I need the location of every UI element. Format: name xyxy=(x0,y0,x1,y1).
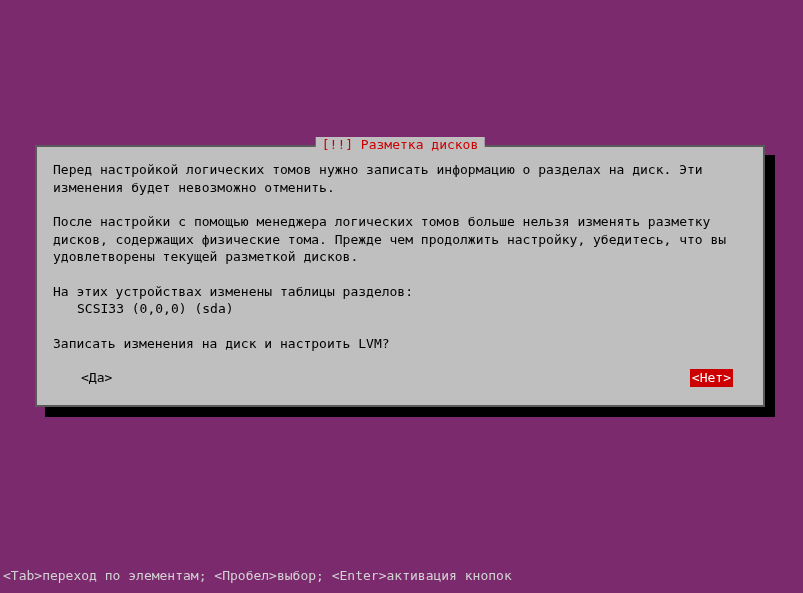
device-item: SCSI33 (0,0,0) (sda) xyxy=(53,300,747,318)
help-bar: <Tab>переход по элементам; <Пробел>выбор… xyxy=(3,568,512,583)
devices-label: На этих устройствах изменены таблицы раз… xyxy=(53,283,747,301)
button-row: <Да> <Нет> xyxy=(53,369,747,387)
dialog-paragraph-1: Перед настройкой логических томов нужно … xyxy=(53,161,747,196)
confirmation-dialog: [!!] Разметка дисков Перед настройкой ло… xyxy=(35,145,765,407)
yes-button[interactable]: <Да> xyxy=(81,369,112,387)
dialog-content: Перед настройкой логических томов нужно … xyxy=(53,161,747,387)
dialog-question: Записать изменения на диск и настроить L… xyxy=(53,335,747,353)
dialog-paragraph-2: После настройки с помощью менеджера логи… xyxy=(53,213,747,266)
devices-block: На этих устройствах изменены таблицы раз… xyxy=(53,283,747,318)
dialog-wrapper: [!!] Разметка дисков Перед настройкой ло… xyxy=(35,145,765,407)
dialog-title: [!!] Разметка дисков xyxy=(316,137,485,152)
no-button[interactable]: <Нет> xyxy=(690,369,733,387)
